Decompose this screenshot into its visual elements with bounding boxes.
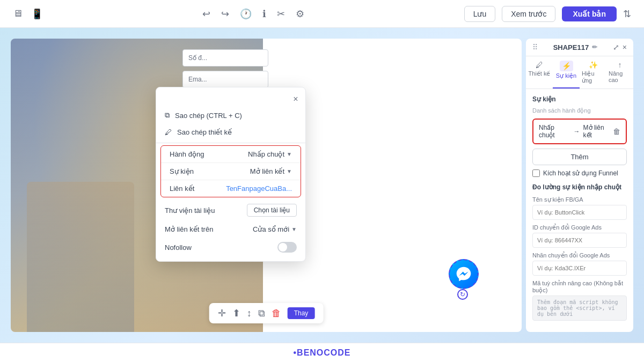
settings-icon[interactable]: ⚙ (296, 8, 304, 20)
panel-header-icons: ⤢ × (613, 43, 627, 51)
thu-vien-label: Thư viện tài liệu (165, 206, 215, 215)
mo-lien-ket-row[interactable]: Mở liên kết trên Cửa sổ mới ▼ (156, 221, 305, 238)
topbar: 🖥 📱 ↩ ↪ 🕐 ℹ ✂ ⚙ Lưu Xem trước Xuất bản ⇅ (0, 0, 644, 28)
ma-tuy-label: Mã tuỳ chỉnh nâng cao (Không bắt buộc) (532, 280, 627, 294)
tab-nang-cao[interactable]: ↑ Nâng cao (606, 56, 633, 88)
su-kien-label: Sự kiện (170, 167, 194, 175)
panel-body: Sự kiện Danh sách hành động Nhấp chuột →… (526, 89, 633, 332)
chevron-icon-3: ▼ (291, 226, 297, 232)
tab-thiet-ke[interactable]: 🖊 Thiết kế (526, 56, 553, 88)
copy-item[interactable]: ⧉ Sao chép (CTRL + C) (156, 107, 305, 124)
mo-lien-ket-label: Mở liên kết trên (165, 225, 213, 233)
measurement-title: Đo lường sự kiện nhập chuột (532, 183, 627, 191)
xuatban-button[interactable]: Xuất bản (562, 6, 617, 21)
info-icon[interactable]: ℹ (262, 8, 266, 20)
copy-design-label: Sao chép thiết kế (177, 128, 232, 136)
funnel-label: Kích hoạt sử dụng Funnel (543, 169, 618, 177)
footer-logo: •BENOCODE (293, 348, 350, 358)
fb-ga-label: Tên sự kiện FB/GA (532, 196, 627, 203)
panel-title-text: SHAPE117 (553, 43, 589, 51)
canvas-area[interactable]: Số đ... Ema... Địa c... Để lạ... Lorem ↻… (11, 39, 522, 332)
desktop-icon[interactable]: 🖥 (13, 8, 23, 19)
chon-tai-lieu-button[interactable]: Chọn tài liệu (247, 204, 297, 217)
ma-tuy-field-row: Mã tuỳ chỉnh nâng cao (Không bắt buộc) T… (532, 280, 627, 321)
scissors-icon[interactable]: ✂ (277, 8, 285, 20)
panel-expand-icon[interactable]: ⤢ (613, 43, 619, 51)
nhap-chuot-text: Nhấp chuột (539, 124, 570, 139)
canvas-bottom-toolbar: ✛ ⬆ ↕ ⧉ 🗑 Thay (209, 303, 324, 323)
nofollow-toggle[interactable] (277, 242, 297, 253)
so-do-field: Số đ... (182, 49, 268, 67)
topbar-right: Lưu Xem trước Xuất bản ⇅ (464, 6, 631, 22)
fb-ga-input[interactable] (532, 205, 627, 220)
rotate-handle[interactable]: ↻ (457, 289, 468, 300)
copy-design-item[interactable]: 🖊 Sao chép thiết kế (156, 124, 305, 141)
email-field: Ema... (182, 71, 268, 88)
delete-icon[interactable]: 🗑 (272, 308, 281, 319)
redo-icon[interactable]: ↪ (221, 8, 229, 20)
context-menu: × ⧉ Sao chép (CTRL + C) 🖊 Sao chép thiết… (156, 87, 306, 262)
action-row-left: Nhấp chuột → Mở liên kết (539, 124, 613, 139)
su-kien-row[interactable]: Sự kiện Mở liên kết ▼ (161, 163, 301, 180)
nofollow-label: Nofollow (165, 243, 192, 252)
panel-title: SHAPE117 ✏ (553, 43, 597, 51)
undo-icon[interactable]: ↩ (202, 8, 210, 20)
align-top-icon[interactable]: ⬆ (232, 307, 240, 319)
hanh-dong-label: Hành động (170, 150, 204, 158)
lien-ket-row[interactable]: Liên kết TenFanpageCuaBa... (161, 180, 301, 197)
move-icon[interactable]: ✛ (218, 307, 226, 319)
align-mid-icon[interactable]: ↕ (247, 308, 252, 319)
action-delete-icon[interactable]: 🗑 (613, 127, 620, 136)
tab-hieu-ung[interactable]: ✨ Hiệu ứng (580, 56, 606, 88)
copy-icon-cm: ⧉ (165, 111, 170, 120)
hanh-dong-row[interactable]: Hành động Nhấp chuột ▼ (161, 146, 301, 163)
funnel-checkbox-row: Kích hoạt sử dụng Funnel (532, 169, 627, 177)
action-settings-group: Hành động Nhấp chuột ▼ Sự kiện Mở liên k… (160, 145, 301, 197)
thiet-ke-tab-label: Thiết kế (529, 70, 551, 77)
copy-design-icon: 🖊 (165, 128, 172, 136)
history-icon[interactable]: 🕐 (240, 8, 252, 20)
luu-button[interactable]: Lưu (464, 6, 496, 22)
topbar-left: 🖥 📱 (13, 8, 43, 20)
su-kien-tab-icon: ⚡ (560, 61, 573, 71)
google-ads-id-input[interactable] (532, 233, 627, 248)
funnel-checkbox[interactable] (532, 169, 540, 177)
lien-ket-value: TenFanpageCuaBa... (226, 184, 292, 193)
mobile-icon[interactable]: 📱 (31, 8, 43, 20)
nang-cao-tab-icon: ↑ (618, 61, 622, 69)
messenger-icon[interactable] (449, 259, 479, 289)
action-row-nhap-chuot: Nhấp chuột → Mở liên kết 🗑 (532, 119, 627, 144)
context-menu-header: × (156, 92, 305, 107)
google-ads-id-field-row: ID chuyển đổi Google Ads (532, 224, 627, 248)
mo-lien-ket-text: Mở liên kết (583, 124, 613, 139)
main-content: Số đ... Ema... Địa c... Để lạ... Lorem ↻… (0, 28, 644, 343)
xemtruoc-button[interactable]: Xem trước (502, 6, 555, 22)
panel-header: ⠿ SHAPE117 ✏ ⤢ × (526, 39, 633, 56)
hieu-ung-tab-icon: ✨ (589, 61, 598, 69)
thay-button[interactable]: Thay (288, 307, 315, 319)
them-button[interactable]: Thêm (532, 149, 627, 165)
chevron-icon-2: ▼ (287, 168, 292, 174)
danh-sach-sub-label: Danh sách hành động (532, 107, 627, 114)
logo-text: BENOCODE (297, 348, 350, 357)
right-panel: ⠿ SHAPE117 ✏ ⤢ × 🖊 Thiết kế ⚡ Sự kiện ✨ (526, 39, 633, 332)
panel-close-icon[interactable]: × (623, 43, 627, 51)
topbar-center: ↩ ↪ 🕐 ℹ ✂ ⚙ (202, 8, 304, 20)
panel-title-edit-icon[interactable]: ✏ (592, 43, 597, 51)
drag-handle-icon: ⠿ (532, 43, 538, 51)
su-kien-section-title: Sự kiện (532, 95, 627, 103)
context-menu-close-icon[interactable]: × (290, 94, 301, 105)
copy-icon[interactable]: ⧉ (258, 308, 265, 319)
footer: •BENOCODE (0, 343, 644, 362)
google-ads-label-input[interactable] (532, 261, 627, 276)
divider-1 (156, 143, 305, 143)
google-ads-label-field-row: Nhãn chuyển đổi Google Ads (532, 252, 627, 276)
sort-icon[interactable]: ⇅ (623, 8, 631, 20)
arrow-icon: → (574, 128, 580, 135)
hanh-dong-value: Nhấp chuột ▼ (248, 150, 292, 158)
messenger-svg (455, 265, 472, 283)
nang-cao-tab-label: Nâng cao (609, 70, 631, 83)
tab-su-kien[interactable]: ⚡ Sự kiện (553, 56, 580, 88)
ma-tuy-textarea[interactable]: Thêm đoạn mã script không bao gồm thẻ <s… (532, 295, 627, 321)
mo-lien-ket-value: Cửa sổ mới ▼ (253, 225, 297, 233)
